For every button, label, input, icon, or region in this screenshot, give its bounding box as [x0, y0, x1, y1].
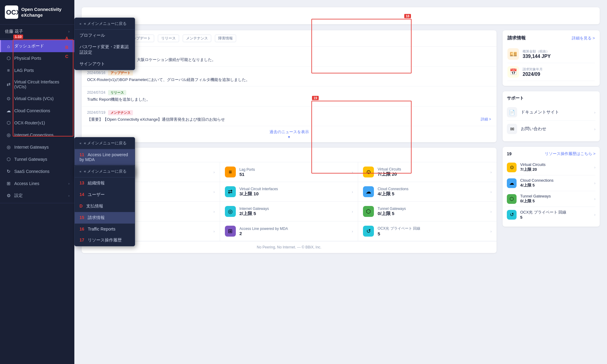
news-detail-link[interactable]: 詳細 > — [481, 116, 491, 122]
filter-maintenance[interactable]: メンテナンス — [183, 35, 211, 42]
cloud-arrow: › — [490, 190, 492, 194]
hist-tunnel-icon: ⬡ — [507, 194, 517, 204]
welcome-banner: OCXポータルへようこそ — [82, 7, 600, 24]
cloud-res-icon: ☁ — [363, 186, 374, 197]
access-lines-arrow: › — [68, 182, 70, 185]
right-column: 請求情報 詳細を見る > 💴 概算金額（税抜） 339,144 JPY 📅 請求… — [503, 30, 600, 357]
history-link[interactable]: リソース操作履歴はこちら > — [545, 151, 595, 157]
annotation-b: B — [65, 45, 68, 50]
hist-cloud-icon: ☁ — [507, 178, 517, 188]
history-cloud[interactable]: ☁ Cloud Connections 4/上限 5 › — [507, 175, 595, 191]
billing-month-icon: 📅 — [507, 66, 519, 78]
resource-lag-ports[interactable]: ≡ Lag Ports 51 › — [220, 162, 358, 182]
settings-arrow: › — [68, 194, 70, 197]
lag-ports-icon: ≡ — [6, 68, 11, 73]
show-more-news[interactable]: 過去のニュースを表示 ▾ — [82, 126, 497, 142]
settings-menu: « « メインメニューに戻る 13 組織情報 14 ユーザー D 支払情報 15… — [74, 165, 135, 246]
ocx-logo-icon: OCX — [5, 5, 18, 19]
sidebar-item-dashboard[interactable]: ⌂ ダッシュボード — [0, 40, 74, 52]
sidebar-item-internet-gateways[interactable]: ◎ Internet Gateways — [0, 141, 74, 153]
vc-icon: ⊙ — [6, 96, 11, 101]
history-hikari[interactable]: ↺ OCX光 プライベート 回線 5 › — [507, 207, 595, 222]
filter-release[interactable]: リリース — [158, 35, 179, 42]
physical-ports-icon: ⬡ — [6, 56, 11, 61]
router-arrow: › — [213, 190, 215, 194]
inet-conn-arrow: › — [213, 209, 215, 214]
history-card: 19 リソース操作履歴はこちら > ⊙ Virtual Circuits 7/上… — [503, 147, 600, 227]
sidebar-item-ocx-router[interactable]: ⬡ OCX-Router(v1) — [0, 117, 74, 129]
lag-ports-res-icon: ≡ — [225, 167, 236, 177]
nav-section: ⌂ ダッシュボード ⬡ Physical Ports ≡ LAG Ports ⇄… — [0, 39, 74, 203]
hist-hikari-arrow: › — [594, 212, 595, 217]
menu-payment[interactable]: D 支払情報 — [75, 201, 135, 212]
support-docs[interactable]: 📄 ドキュメントサイト › — [507, 104, 595, 121]
filter-incident[interactable]: 障害情報 — [215, 35, 236, 42]
sidebar-item-access-lines[interactable]: ⊞ Access Lines › — [0, 177, 74, 190]
resources-grid: ⬡ Physical Ports 100/上限 100 › ≡ Lag Port… — [82, 162, 497, 241]
inet-gw-arrow: › — [352, 209, 353, 214]
resource-virtual-circuits[interactable]: ⊙ Virtual Circuits 7/上限 20 › — [358, 162, 497, 182]
menu-resource-history[interactable]: 17 リソース操作履歴 — [75, 234, 135, 246]
sidebar-item-internet-connections[interactable]: ◎ Internet Connections — [0, 129, 74, 141]
resource-ocx-hikari[interactable]: ↺ OCX光 プライベート 回線 5 › — [358, 221, 497, 241]
menu-billing[interactable]: 15 請求情報 — [75, 212, 135, 224]
history-vc[interactable]: ⊙ Virtual Circuits 7/上限 20 › — [507, 160, 595, 175]
logo: OCX Open Connectivity eXchange — [0, 0, 74, 25]
tunnel-arrow: › — [490, 209, 492, 214]
sidebar-item-vc[interactable]: ⊙ Virtual Circuits (VCs) — [0, 93, 74, 105]
history-tunnel[interactable]: ⬡ Tunnel Gateways 0/上限 5 › — [507, 191, 595, 207]
sidebar-item-settings[interactable]: ⚙ 設定 › — [0, 190, 74, 202]
sidebar-item-lag-ports[interactable]: ≡ LAG Ports — [0, 64, 74, 76]
sidebar: OCX Open Connectivity eXchange 佐藤 花子 › ⌂… — [0, 0, 74, 364]
hist-hikari-icon: ↺ — [507, 210, 517, 220]
menu-users[interactable]: 14 ユーザー — [75, 189, 135, 201]
menu-profile[interactable]: プロフィール — [75, 30, 135, 41]
news-item-2: 2024/08/16 アップデート OCX-Router(v1)のBGP Par… — [82, 67, 497, 87]
support-contact[interactable]: ✉ お問い合わせ › — [507, 121, 595, 137]
hikari-res-icon: ↺ — [363, 226, 374, 237]
menu-traffic[interactable]: 16 Traffic Reports — [75, 224, 135, 234]
settings-icon: ⚙ — [6, 193, 11, 198]
settings-back-icon: « — [80, 170, 81, 173]
news-item-1: 2024/08/21 リリース Internet Gatewayにおいて、大阪ロ… — [82, 47, 497, 67]
sidebar-item-physical-ports[interactable]: ⬡ Physical Ports — [0, 52, 74, 64]
access-mda-arrow: › — [352, 229, 353, 234]
news-header: ニュース ALL アップデート リリース メンテナンス 障害情報 — [82, 30, 497, 47]
physical-ports-arrow: › — [213, 170, 215, 174]
content-grid: ニュース ALL アップデート リリース メンテナンス 障害情報 2024/08… — [82, 30, 600, 357]
resource-vci[interactable]: ⇄ Virtual Circuit Interfaces 3/上限 10 › — [220, 182, 358, 202]
menu-signout[interactable]: サインアウト — [75, 58, 135, 70]
svg-text:OCX: OCX — [6, 8, 18, 16]
resource-tunnel-gw[interactable]: ⬡ Tunnel Gateways 0/上限 5 › — [358, 202, 497, 221]
sidebar-item-cloud-connections[interactable]: ☁ Cloud Connections — [0, 105, 74, 117]
news-item-3: 2024/07/24 リリース Traffic Report機能を追加しました。 — [82, 86, 497, 106]
vci-icon: ⇄ — [6, 82, 11, 87]
annotation-a: A — [65, 36, 68, 41]
user-menu-back[interactable]: « « メインメニューに戻る — [75, 18, 135, 30]
resources-header: リソース — [82, 148, 497, 162]
sidebar-item-tunnel-gateways[interactable]: ⬡ Tunnel Gateways — [0, 153, 74, 165]
billing-detail-link[interactable]: 詳細を見る > — [572, 35, 595, 41]
menu-org-info[interactable]: 13 組織情報 — [75, 177, 135, 189]
docs-icon: 📄 — [507, 107, 517, 117]
docs-arrow-icon: › — [594, 110, 595, 115]
resource-footer: No Peering, No Internet. --- © BBiX, Inc… — [82, 241, 497, 253]
settings-back[interactable]: « « メインメニューに戻る — [75, 166, 135, 177]
sidebar-item-vci[interactable]: ⇄ Virtual Circuit Interfaces (VCIs) — [0, 76, 74, 93]
access-back-icon: « — [80, 141, 81, 145]
saas-icon: ↻ — [6, 169, 11, 174]
vci-res-icon: ⇄ — [225, 186, 236, 197]
resource-access-mda[interactable]: ⊞ Access Line powered by MDA 2 › — [220, 221, 358, 241]
menu-access-mda[interactable]: 11 Access Line powered by MDA — [75, 149, 135, 165]
router-icon: ⬡ — [6, 120, 11, 126]
menu-password[interactable]: パスワード変更・2要素認証設定 — [75, 41, 135, 58]
user-menu-trigger[interactable]: 佐藤 花子 › — [0, 25, 74, 39]
resource-inet-gateways[interactable]: ◎ Internet Gateways 2/上限 5 › — [220, 202, 358, 221]
billing-card: 請求情報 詳細を見る > 💴 概算金額（税抜） 339,144 JPY 📅 請求… — [503, 30, 600, 86]
access-back[interactable]: « « メインメニューに戻る — [75, 137, 135, 149]
resource-cloud[interactable]: ☁ Cloud Connections 4/上限 5 › — [358, 182, 497, 202]
saas-arrow: › — [213, 229, 215, 234]
sidebar-item-saas-connections[interactable]: ↻ SaaS Connections — [0, 165, 74, 177]
cloud-icon: ☁ — [6, 108, 11, 113]
inet-conn-icon: ◎ — [6, 132, 11, 138]
